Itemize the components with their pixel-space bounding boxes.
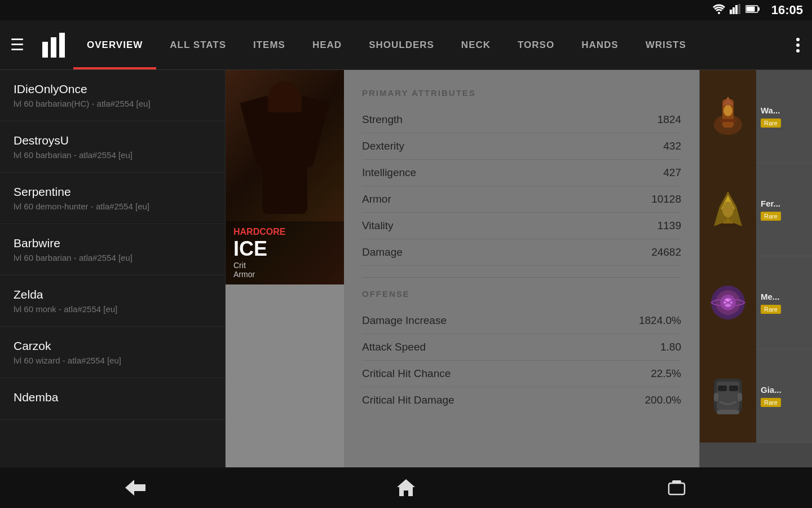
back-button[interactable] xyxy=(113,467,158,508)
nav-tabs: OVERVIEW ALL STATS ITEMS HEAD SHOULDERS … xyxy=(73,20,784,69)
svg-rect-6 xyxy=(746,6,754,11)
score-label: HARDCORE xyxy=(233,227,336,237)
stat-row-strength: Strength 1824 xyxy=(362,107,681,133)
logo-bar-2 xyxy=(51,37,56,58)
item-icon-2 xyxy=(705,280,751,325)
hamburger-button[interactable]: ☰ xyxy=(0,36,34,54)
tab-items[interactable]: ITEMS xyxy=(240,20,299,69)
stat-value-armor: 10128 xyxy=(651,193,681,205)
svg-marker-30 xyxy=(397,479,415,496)
stat-row-damage-increase: Damage Increase 1824.0% xyxy=(362,308,681,334)
signal-icon xyxy=(730,4,741,17)
item-name-1: Fer... xyxy=(761,199,807,208)
hamburger-icon: ☰ xyxy=(10,36,24,54)
tab-neck[interactable]: NECK xyxy=(448,20,504,69)
stat-value-attack-speed: 1.80 xyxy=(660,341,681,353)
svg-rect-32 xyxy=(672,480,681,484)
tab-wrists[interactable]: WRISTS xyxy=(632,20,700,69)
stats-divider xyxy=(362,277,681,278)
stat-row-damage: Damage 24682 xyxy=(362,239,681,266)
svg-rect-31 xyxy=(669,483,685,494)
char-item-1[interactable]: DestroysU lvl 60 barbarian - atla#2554 [… xyxy=(0,121,225,173)
status-bar: 16:05 xyxy=(0,0,812,20)
char-name-2: Serpentine xyxy=(14,185,211,199)
stat-name-damage: Damage xyxy=(362,246,403,259)
stat-name-vitality: Vitality xyxy=(362,220,394,232)
tab-head[interactable]: HEAD xyxy=(299,20,355,69)
stat-row-intelligence: Intelligence 427 xyxy=(362,160,681,186)
stat-name-attack-speed: Attack Speed xyxy=(362,341,426,353)
stat-row-crit-chance: Critical Hit Chance 22.5% xyxy=(362,361,681,387)
tab-all-stats[interactable]: ALL STATS xyxy=(156,20,240,69)
stat-name-armor: Armor xyxy=(362,193,391,205)
tab-shoulders[interactable]: SHOULDERS xyxy=(355,20,448,69)
home-button[interactable] xyxy=(383,467,429,508)
score-stat2: Armor xyxy=(233,270,336,279)
item-entry-0[interactable]: Wa... Rare xyxy=(700,70,812,163)
item-rarity-3: Rare xyxy=(761,398,781,407)
char-name-3: Barbwire xyxy=(14,237,211,250)
stat-name-damage-increase: Damage Increase xyxy=(362,314,447,327)
svg-point-14 xyxy=(723,105,732,116)
item-icon-0 xyxy=(705,94,751,139)
stat-row-attack-speed: Attack Speed 1.80 xyxy=(362,334,681,361)
item-info-2: Me... Rare xyxy=(756,287,812,318)
svg-rect-7 xyxy=(758,7,760,11)
stat-value-dexterity: 432 xyxy=(663,140,681,152)
char-item-6[interactable]: Ndemba xyxy=(0,378,225,420)
item-icon-1 xyxy=(705,187,751,232)
tab-torso[interactable]: TORSO xyxy=(504,20,568,69)
stat-row-crit-damage: Critical Hit Damage 200.0% xyxy=(362,387,681,413)
stat-value-vitality: 1139 xyxy=(657,220,681,232)
item-entry-3[interactable]: Gia... Rare xyxy=(700,349,812,443)
item-rarity-1: Rare xyxy=(761,212,781,221)
item-icon-3 xyxy=(705,373,751,418)
svg-rect-2 xyxy=(732,7,735,14)
battery-icon xyxy=(745,5,760,16)
char-desc-3: lvl 60 barbarian - atla#2554 [eu] xyxy=(14,253,211,262)
char-item-3[interactable]: Barbwire lvl 60 barbarian - atla#2554 [e… xyxy=(0,224,225,275)
char-desc-0: lvl 60 barbarian(HC) - atla#2554 [eu] xyxy=(14,99,211,108)
item-rarity-0: Rare xyxy=(761,119,781,128)
center-panel: HARDCORE ICE Crit Armor PRIMARY ATTRIBUT… xyxy=(226,70,699,467)
svg-point-0 xyxy=(718,12,720,14)
item-name-2: Me... xyxy=(761,292,807,301)
item-entry-1[interactable]: Fer... Rare xyxy=(700,163,812,256)
svg-rect-4 xyxy=(738,4,740,14)
tab-overview[interactable]: OVERVIEW xyxy=(73,20,156,69)
recents-button[interactable] xyxy=(654,467,699,508)
char-name-5: Carzok xyxy=(14,339,211,353)
char-item-0[interactable]: IDieOnlyOnce lvl 60 barbarian(HC) - atla… xyxy=(0,70,225,121)
svg-rect-28 xyxy=(717,410,739,414)
silhouette-body xyxy=(262,112,307,214)
svg-point-9 xyxy=(796,43,800,47)
svg-rect-3 xyxy=(735,5,738,14)
stat-name-crit-damage: Critical Hit Damage xyxy=(362,394,454,406)
char-name-1: DestroysU xyxy=(14,134,211,147)
char-item-4[interactable]: Zelda lvl 60 monk - atla#2554 [eu] xyxy=(0,275,225,327)
character-portrait: HARDCORE ICE Crit Armor xyxy=(226,70,344,284)
item-info-1: Fer... Rare xyxy=(756,194,812,225)
stat-name-dexterity: Dexterity xyxy=(362,140,404,152)
stat-value-damage: 24682 xyxy=(651,246,681,259)
char-desc-5: lvl 60 wizard - atla#2554 [eu] xyxy=(14,356,211,365)
primary-section-label: PRIMARY ATTRIBUTES xyxy=(362,88,681,98)
svg-point-8 xyxy=(796,38,800,41)
item-info-3: Gia... Rare xyxy=(756,380,812,411)
char-item-5[interactable]: Carzok lvl 60 wizard - atla#2554 [eu] xyxy=(0,327,225,378)
item-entry-2[interactable]: Me... Rare xyxy=(700,256,812,349)
svg-marker-29 xyxy=(125,480,145,496)
item-icon-box-1 xyxy=(700,163,756,256)
more-options-button[interactable] xyxy=(784,38,812,52)
stat-value-crit-chance: 22.5% xyxy=(651,367,681,380)
char-name-0: IDieOnlyOnce xyxy=(14,82,211,96)
char-item-2[interactable]: Serpentine lvl 60 demon-hunter - atla#25… xyxy=(0,173,225,224)
tab-hands[interactable]: HANDS xyxy=(568,20,632,69)
stat-row-dexterity: Dexterity 432 xyxy=(362,133,681,160)
svg-rect-24 xyxy=(718,386,727,391)
bottom-nav xyxy=(0,467,812,508)
stat-value-crit-damage: 200.0% xyxy=(645,394,681,406)
items-panel: Wa... Rare Fer... Rare xyxy=(699,70,812,467)
svg-rect-1 xyxy=(730,10,732,14)
svg-point-10 xyxy=(796,49,800,52)
